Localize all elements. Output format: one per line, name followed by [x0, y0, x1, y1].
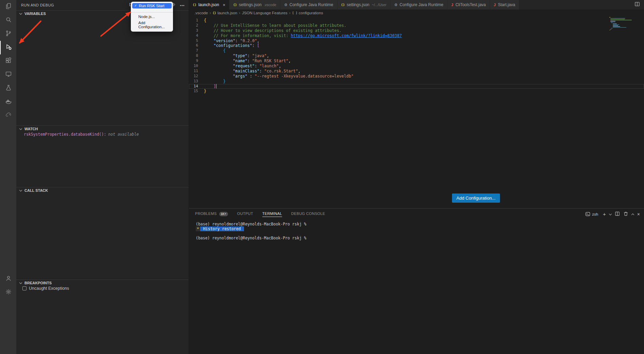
tab-configure-java-runtime-1[interactable]: ⚙ Configure Java Runtime: [280, 0, 337, 10]
line-number: 2: [189, 23, 204, 28]
kill-terminal-trash-icon[interactable]: [623, 211, 628, 218]
code-line[interactable]: 9 "name": "Run RSK Start",: [189, 58, 644, 64]
line-content: "configurations": [: [204, 43, 259, 48]
line-content: {: [204, 18, 206, 23]
terminal-line: * History restored: [196, 227, 644, 232]
breadcrumb-vscode[interactable]: .vscode: [194, 11, 208, 15]
line-content: // Hover to view descriptions of existin…: [204, 28, 342, 33]
panel-tab-problems[interactable]: PROBLEMS 1K+: [195, 212, 228, 217]
terminal-content[interactable]: (base) reynoldmorel@Reynolds-MacBook-Pro…: [189, 220, 644, 241]
menu-item-nodejs[interactable]: Node.js...: [131, 14, 173, 20]
code-line[interactable]: 8 "type": "java",: [189, 53, 644, 58]
close-panel-icon[interactable]: ×: [637, 212, 640, 217]
testing-beaker-icon: [5, 84, 12, 93]
section-title: BREAKPOINTS: [24, 281, 52, 285]
line-number: 15: [189, 89, 204, 94]
sidebar-item-docker[interactable]: [0, 95, 16, 109]
line-content: "request": "launch",: [204, 64, 281, 69]
code-line[interactable]: 2 // Use IntelliSense to learn about pos…: [189, 23, 644, 28]
minimap-line: [613, 27, 626, 28]
json-icon: {}: [213, 11, 216, 15]
call-stack-section-header[interactable]: CALL STACK: [16, 187, 189, 193]
watch-section: WATCH: [16, 125, 189, 132]
code-line[interactable]: 13 }: [189, 79, 644, 84]
minimap[interactable]: [609, 17, 639, 30]
code-line[interactable]: 14 ]: [189, 84, 644, 89]
code-line[interactable]: 6 "configurations": [: [189, 43, 644, 48]
line-number: 8: [189, 53, 204, 58]
sidebar-item-remote-explorer[interactable]: [0, 68, 16, 82]
terminal-shell-picker[interactable]: zsh: [585, 212, 598, 217]
terminal-line: (base) reynoldmorel@Reynolds-MacBook-Pro…: [196, 222, 644, 227]
line-content: }: [204, 79, 226, 84]
panel-tab-terminal[interactable]: TERMINAL: [262, 212, 282, 217]
code-line[interactable]: 3 // Hover to view descriptions of exist…: [189, 28, 644, 33]
panel-tab-output[interactable]: OUTPUT: [237, 212, 253, 217]
code-line[interactable]: 5 "version": "0.2.0",: [189, 38, 644, 44]
uncaught-exceptions-row[interactable]: Uncaught Exceptions: [22, 286, 69, 291]
menu-item-run-rsk-start[interactable]: ✓ Run RSK Start: [132, 3, 172, 9]
tab-settings-json-user[interactable]: {} settings.json ~/.../User: [337, 0, 390, 10]
menu-item-add-configuration[interactable]: Add Configuration...: [131, 20, 173, 30]
tab-configure-java-runtime-2[interactable]: ⚙ Configure Java Runtime: [390, 0, 448, 10]
code-editor[interactable]: 1{2 // Use IntelliSense to learn about p…: [189, 16, 644, 208]
minimap-line: [611, 22, 612, 23]
maximize-panel-icon[interactable]: [631, 213, 634, 216]
breakpoints-section-header[interactable]: BREAKPOINTS: [16, 280, 189, 286]
tab-label: Configure Java Runtime: [400, 2, 443, 7]
split-editor-icon[interactable]: [634, 1, 640, 8]
add-configuration-button[interactable]: Add Configuration...: [452, 193, 500, 203]
code-line[interactable]: 12 "args" : "--regtest -Xkeyvalue.dataso…: [189, 74, 644, 79]
json-icon: {}: [233, 3, 237, 6]
line-number: 6: [189, 43, 204, 48]
watch-section-header[interactable]: WATCH: [16, 126, 189, 132]
line-number: 1: [189, 18, 204, 23]
new-terminal-icon[interactable]: +: [603, 212, 606, 216]
sidebar-item-testing[interactable]: [0, 82, 16, 95]
breadcrumb-configurations[interactable]: [ ]configurations: [292, 11, 323, 15]
terminal-line: (base) reynoldmorel@Reynolds-MacBook-Pro…: [196, 236, 644, 241]
config-dropdown-menu: ✓ Run RSK Start Node.js... Add Configura…: [131, 2, 173, 32]
tab-launch-json[interactable]: {} launch.json ×: [189, 0, 229, 10]
close-icon[interactable]: ×: [223, 2, 226, 7]
line-number: 11: [189, 69, 204, 74]
sidebar-item-source-control[interactable]: [0, 27, 16, 41]
code-lines: 1{2 // Use IntelliSense to learn about p…: [189, 16, 644, 94]
watch-expression-row[interactable]: rskSystemProperties.databaseKind():not a…: [24, 132, 139, 137]
uncaught-exceptions-label: Uncaught Exceptions: [29, 286, 69, 291]
tab-settings-json-vscode[interactable]: {} settings.json .vscode: [229, 0, 280, 10]
sidebar-item-gradle[interactable]: [0, 109, 16, 122]
menu-separator: [131, 12, 173, 13]
split-terminal-icon[interactable]: [615, 211, 620, 218]
code-line[interactable]: 15}: [189, 89, 644, 94]
breadcrumb-launch-json[interactable]: {}launch.json: [213, 11, 237, 15]
menu-gap: [131, 9, 173, 12]
json-icon: {}: [193, 3, 196, 6]
breadcrumb-label: launch.json: [217, 11, 237, 15]
terminal-dropdown-chevron-icon[interactable]: [609, 212, 612, 215]
json-icon: {}: [341, 3, 345, 6]
code-line[interactable]: 10 "request": "launch",: [189, 64, 644, 69]
tab-start-java[interactable]: J Start.java: [490, 0, 519, 10]
terminal-icon: [585, 212, 590, 217]
code-line[interactable]: 11 "mainClass": "co.rsk.Start",: [189, 69, 644, 74]
sidebar-item-explorer[interactable]: [0, 0, 16, 14]
code-line[interactable]: 4 // For more information, visit: https:…: [189, 33, 644, 38]
minimap-line: [610, 29, 611, 30]
tab-clitoolstest-java[interactable]: J CliToolsTest.java: [448, 0, 490, 10]
minimap-line: [610, 18, 625, 19]
code-line[interactable]: 1{: [189, 18, 644, 23]
sidebar-item-extensions[interactable]: [0, 54, 16, 68]
panel-tab-debug-console[interactable]: DEBUG CONSOLE: [291, 212, 325, 217]
manage-item[interactable]: [0, 286, 16, 299]
explorer-icon: [5, 2, 12, 11]
accounts-item[interactable]: [0, 272, 16, 286]
sidebar-item-run-and-debug[interactable]: [0, 41, 16, 54]
checkbox-unchecked[interactable]: [22, 286, 27, 290]
line-content: // For more information, visit: https://…: [204, 33, 402, 38]
more-actions-icon[interactable]: ⋯: [180, 4, 185, 7]
sidebar-item-search[interactable]: [0, 14, 16, 27]
breadcrumb-json-language-features[interactable]: JSON Language Features: [242, 11, 288, 15]
code-line[interactable]: 7 {: [189, 48, 644, 53]
settings-gear-icon: [5, 288, 12, 297]
